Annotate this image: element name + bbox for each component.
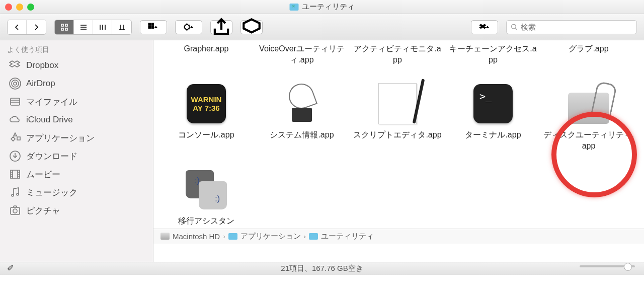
app-item[interactable]: グラブ.app — [541, 40, 636, 67]
minimize-button[interactable] — [16, 4, 23, 11]
sidebar-label: マイファイル — [26, 96, 77, 108]
app-label: ディスクユーティリティ.app — [543, 129, 634, 151]
share-button[interactable] — [210, 20, 232, 34]
window-title: ユーティリティ — [302, 2, 355, 12]
sidebar-label: アプリケーション — [26, 132, 95, 144]
system-info-icon — [279, 81, 325, 126]
app-label: VoiceOverユーティリティ.app — [256, 43, 348, 65]
svg-point-10 — [14, 82, 17, 85]
search-icon — [511, 23, 518, 31]
action-button[interactable] — [175, 20, 202, 34]
sidebar-label: ピクチャ — [26, 205, 60, 217]
svg-rect-1 — [65, 24, 67, 26]
sidebar-label: AirDrop — [26, 79, 55, 89]
app-label: キーチェーンアクセス.app — [447, 43, 539, 65]
app-label: システム情報.app — [256, 129, 348, 140]
zoom-slider[interactable] — [580, 265, 635, 267]
zoom-button[interactable] — [27, 4, 34, 11]
app-item[interactable]: VoiceOverユーティリティ.app — [254, 40, 350, 67]
svg-rect-3 — [65, 28, 67, 30]
arrange-button[interactable] — [140, 20, 167, 34]
list-view-button[interactable] — [74, 20, 93, 34]
titlebar: ユーティリティ — [0, 0, 644, 14]
script-editor-icon — [375, 81, 420, 126]
chevron-icon: › — [304, 233, 306, 240]
download-icon — [9, 150, 21, 162]
sidebar-item-applications[interactable]: アプリケーション — [0, 129, 153, 147]
app-label: スクリプトエディタ.app — [352, 129, 443, 140]
column-view-button[interactable] — [93, 20, 112, 34]
svg-point-16 — [12, 194, 14, 196]
sidebar-label: ミュージック — [26, 187, 77, 198]
music-icon — [9, 186, 21, 198]
path-segment[interactable]: ユーティリティ — [321, 232, 374, 241]
app-item[interactable]: Grapher.app — [158, 40, 254, 67]
path-bar: Macintosh HD › アプリケーション › ユーティリティ — [153, 229, 644, 244]
app-label: アクティビティモニタ.app — [352, 43, 443, 65]
migration-assistant-icon: :):) — [184, 167, 229, 212]
sidebar-item-dropbox[interactable]: Dropbox — [0, 56, 153, 75]
sidebar-item-icloud[interactable]: iCloud Drive — [0, 111, 153, 129]
icon-view-button[interactable] — [55, 20, 74, 34]
app-item-console[interactable]: WARNINAY 7:36 コンソール.app — [158, 67, 254, 153]
forward-button[interactable] — [27, 20, 46, 34]
pictures-icon — [9, 204, 21, 217]
sidebar-item-downloads[interactable]: ダウンロード — [0, 147, 153, 165]
app-item-sysinfo[interactable]: システム情報.app — [254, 67, 350, 153]
view-switcher — [54, 20, 132, 35]
close-button[interactable] — [5, 4, 12, 11]
sidebar-item-pictures[interactable]: ピクチャ — [0, 201, 153, 220]
sidebar-label: ムービー — [26, 169, 60, 180]
sidebar-item-music[interactable]: ミュージック — [0, 183, 153, 201]
toolbar — [0, 14, 644, 40]
status-bar: ✐ 21項目、167.76 GB空き — [0, 262, 644, 275]
folder-icon — [309, 233, 318, 240]
svg-point-11 — [12, 80, 19, 87]
sidebar-header: よく使う項目 — [0, 42, 153, 56]
search-field[interactable] — [506, 20, 637, 34]
app-item-migrate[interactable]: :):) 移行アシスタン — [158, 153, 254, 229]
hd-icon — [160, 233, 170, 240]
window-controls — [5, 4, 34, 11]
apps-icon — [9, 132, 21, 144]
app-item[interactable]: キーチェーンアクセス.app — [445, 40, 541, 67]
search-input[interactable] — [521, 23, 632, 31]
chevron-icon: › — [223, 233, 225, 240]
app-label: コンソール.app — [160, 129, 252, 140]
svg-point-19 — [13, 209, 17, 213]
sidebar-label: Dropbox — [26, 60, 58, 70]
back-button[interactable] — [8, 20, 27, 34]
terminal-icon: >_ — [470, 81, 516, 126]
app-label: グラブ.app — [543, 43, 634, 54]
app-item-terminal[interactable]: >_ ターミナル.app — [445, 67, 541, 153]
folder-icon — [290, 4, 299, 11]
coverflow-view-button[interactable] — [112, 20, 131, 34]
svg-rect-7 — [151, 26, 153, 28]
svg-rect-2 — [61, 28, 63, 30]
sidebar-label: ダウンロード — [26, 151, 77, 162]
console-icon: WARNINAY 7:36 — [184, 81, 229, 126]
app-item-script[interactable]: スクリプトエディタ.app — [350, 67, 445, 153]
cloud-icon — [9, 114, 21, 126]
sidebar-item-airdrop[interactable]: AirDrop — [0, 75, 153, 93]
dropbox-icon — [9, 59, 21, 71]
path-segment[interactable]: Macintosh HD — [173, 232, 220, 241]
dropbox-toolbar-button[interactable] — [471, 20, 498, 34]
sidebar-item-movies[interactable]: ムービー — [0, 165, 153, 183]
status-text: 21項目、167.76 GB空き — [281, 264, 363, 273]
sidebar-item-myfiles[interactable]: マイファイル — [0, 93, 153, 111]
disk-utility-icon — [566, 81, 611, 126]
airdrop-icon — [9, 78, 21, 90]
app-item-diskutil[interactable]: ディスクユーティリティ.app — [541, 67, 636, 153]
svg-rect-18 — [11, 207, 20, 214]
app-item[interactable]: アクティビティモニタ.app — [350, 40, 445, 67]
app-label: Grapher.app — [160, 43, 252, 54]
content-area: Grapher.app VoiceOverユーティリティ.app アクティビティ… — [153, 40, 644, 262]
svg-rect-0 — [61, 24, 63, 26]
edit-tags-icon[interactable]: ✐ — [7, 263, 14, 273]
sidebar: よく使う項目 Dropbox AirDrop マイファイル iCloud Dri… — [0, 40, 153, 262]
tags-button[interactable] — [240, 20, 263, 34]
myfiles-icon — [9, 96, 21, 108]
movies-icon — [9, 168, 21, 180]
path-segment[interactable]: アプリケーション — [240, 232, 301, 241]
